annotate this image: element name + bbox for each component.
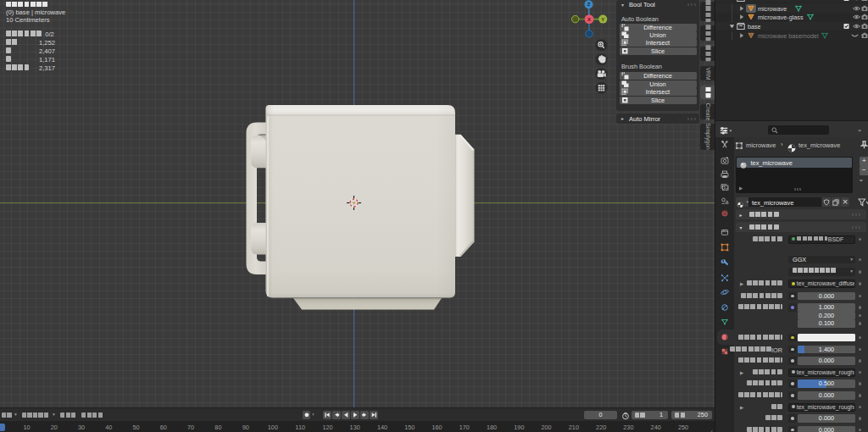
svg-text:Y: Y bbox=[601, 17, 604, 22]
svg-text:Z: Z bbox=[587, 2, 591, 7]
svg-text:X: X bbox=[587, 17, 591, 22]
